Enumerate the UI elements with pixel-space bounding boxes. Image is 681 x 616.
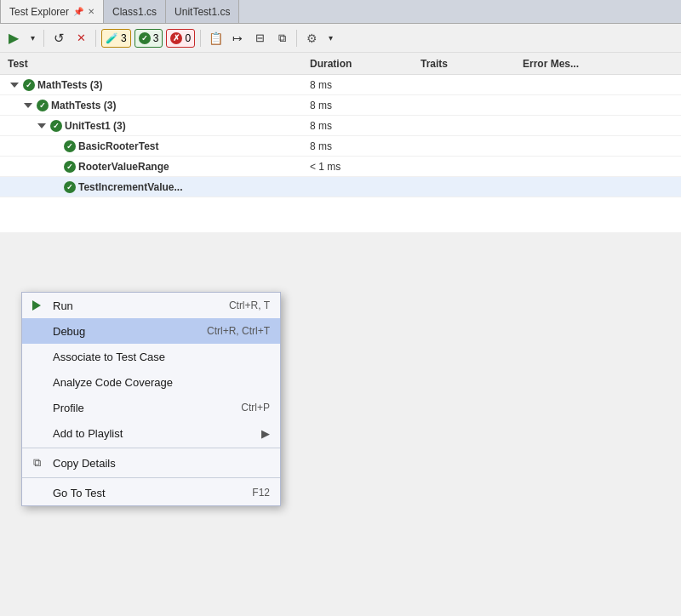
test-name-cell: ✓ MathTests (3): [4, 100, 306, 111]
run-all-button[interactable]: ▶: [4, 29, 23, 48]
test-name-cell: ✓ BasicRooterTest: [4, 140, 306, 152]
menu-item-goto[interactable]: Go To Test F12: [22, 480, 280, 505]
menu-run-label: Run: [53, 299, 73, 312]
menu-run-shortcut: Ctrl+R, T: [229, 299, 270, 311]
playlist-button[interactable]: 📋: [206, 29, 225, 48]
menu-profile-label: Profile: [53, 402, 84, 414]
status-icon-pass: ✓: [23, 79, 35, 91]
tab-test-explorer-label: Test Explorer: [9, 6, 69, 18]
tab-unittest1-label: UnitTest1.cs: [175, 6, 230, 18]
menu-goto-label: Go To Test: [53, 487, 106, 499]
table-row[interactable]: ✓ TestIncrementValue...: [0, 177, 681, 197]
table-header: Test Duration Traits Error Mes...: [0, 53, 681, 75]
status-icon-pass: ✓: [64, 140, 76, 152]
settings-dropdown-icon: ▾: [329, 33, 333, 43]
col-test-header[interactable]: Test: [4, 58, 306, 70]
menu-copy-label: Copy Details: [53, 457, 116, 470]
pass-tests-badge[interactable]: ✓ 3: [134, 29, 163, 48]
menu-item-analyze[interactable]: Analyze Code Coverage: [22, 369, 280, 395]
pin-icon[interactable]: 📌: [73, 7, 83, 16]
menu-item-copy[interactable]: ⧉ Copy Details: [22, 450, 280, 476]
toolbar-separator-2: [95, 30, 96, 47]
menu-debug-shortcut: Ctrl+R, Ctrl+T: [207, 325, 270, 337]
toolbar-separator-1: [43, 30, 44, 47]
settings-dropdown-button[interactable]: ▾: [324, 29, 336, 48]
group-button[interactable]: ⊟: [250, 29, 269, 48]
menu-item-profile[interactable]: Profile Ctrl+P: [22, 395, 280, 420]
test-row-label: TestIncrementValue...: [78, 181, 183, 193]
menu-playlist-label: Add to Playlist: [53, 427, 123, 440]
expand-icon[interactable]: [37, 123, 46, 128]
menu-item-playlist[interactable]: Add to Playlist ▶: [22, 420, 280, 446]
playlist-icon: 📋: [209, 31, 223, 45]
toolbar: ▶ ▾ ↺ ✕ 🧪 3 ✓ 3: [0, 24, 681, 53]
table-row[interactable]: ✓ MathTests (3) 8 ms: [0, 95, 681, 116]
table-row[interactable]: ✓ MathTests (3) 8 ms: [0, 75, 681, 95]
settings-icon: ⚙: [306, 31, 318, 45]
test-name-cell: ✓ UnitTest1 (3): [4, 120, 306, 132]
test-duration-cell: 8 ms: [306, 100, 417, 111]
test-row-label: MathTests (3): [37, 79, 102, 91]
test-duration-cell: 8 ms: [306, 120, 417, 132]
copy-menu-icon: ⧉: [27, 456, 46, 470]
test-duration-cell: 8 ms: [306, 140, 417, 152]
test-name-cell: ✓ MathTests (3): [4, 79, 306, 91]
pass-count: 3: [153, 32, 159, 44]
all-tests-badge[interactable]: 🧪 3: [101, 29, 131, 48]
menu-item-associate[interactable]: Associate to Test Case: [22, 344, 280, 369]
table-row[interactable]: ✓ RooterValueRange < 1 ms: [0, 157, 681, 177]
test-duration-cell: < 1 ms: [306, 161, 417, 173]
context-menu: Run Ctrl+R, T Debug Ctrl+R, Ctrl+T Assoc…: [21, 292, 281, 506]
copy-button[interactable]: ⧉: [272, 29, 291, 48]
flask-icon: 🧪: [106, 32, 118, 44]
run-all-icon: ▶: [9, 30, 19, 46]
pass-icon: ✓: [139, 31, 151, 44]
settings-button[interactable]: ⚙: [302, 29, 321, 48]
menu-goto-shortcut: F12: [252, 487, 270, 499]
tab-class1-label: Class1.cs: [112, 6, 157, 18]
menu-associate-label: Associate to Test Case: [53, 351, 165, 363]
run-menu-icon: [27, 300, 46, 311]
copy-icon: ⧉: [278, 31, 286, 45]
submenu-arrow-icon: ▶: [261, 427, 270, 440]
menu-profile-shortcut: Ctrl+P: [241, 402, 270, 414]
status-icon-pass: ✓: [37, 100, 49, 111]
test-row-label: MathTests (3): [51, 100, 116, 111]
fail-tests-badge[interactable]: ✗ 0: [166, 29, 195, 48]
main-panel: ▶ ▾ ↺ ✕ 🧪 3 ✓ 3: [0, 24, 681, 616]
fast-forward-button[interactable]: ↦: [228, 29, 247, 48]
menu-debug-label: Debug: [53, 325, 85, 338]
menu-item-debug[interactable]: Debug Ctrl+R, Ctrl+T: [22, 318, 280, 344]
expand-icon[interactable]: [24, 103, 32, 108]
tab-bar: Test Explorer 📌 ✕ Class1.cs UnitTest1.cs: [0, 0, 681, 24]
menu-item-run[interactable]: Run Ctrl+R, T: [22, 293, 280, 318]
col-traits-header[interactable]: Traits: [417, 58, 519, 70]
menu-separator-2: [22, 477, 280, 478]
menu-separator-1: [22, 448, 280, 448]
run-dropdown-button[interactable]: ▾: [26, 29, 38, 48]
tab-unittest1[interactable]: UnitTest1.cs: [166, 0, 239, 23]
test-duration-cell: 8 ms: [306, 79, 417, 91]
refresh-icon: ↺: [54, 31, 65, 46]
table-row[interactable]: ✓ UnitTest1 (3) 8 ms: [0, 116, 681, 136]
test-list: ✓ MathTests (3) 8 ms ✓ MathTests (3) 8 m…: [0, 75, 681, 232]
col-duration-header[interactable]: Duration: [306, 58, 417, 70]
menu-analyze-label: Analyze Code Coverage: [53, 376, 173, 389]
status-icon-pass: ✓: [64, 181, 76, 193]
status-icon-pass: ✓: [50, 120, 62, 132]
test-name-cell: ✓ RooterValueRange: [4, 161, 306, 173]
refresh-button[interactable]: ↺: [49, 29, 68, 48]
fail-icon: ✗: [170, 31, 182, 44]
col-error-header[interactable]: Error Mes...: [519, 58, 677, 70]
tab-class1[interactable]: Class1.cs: [104, 0, 166, 23]
fail-count: 0: [185, 32, 191, 44]
fast-forward-icon: ↦: [232, 31, 243, 45]
expand-icon[interactable]: [10, 83, 19, 88]
test-name-cell: ✓ TestIncrementValue...: [4, 181, 306, 193]
tab-test-explorer[interactable]: Test Explorer 📌 ✕: [0, 0, 104, 23]
status-icon-pass: ✓: [64, 161, 76, 173]
table-row[interactable]: ✓ BasicRooterTest 8 ms: [0, 136, 681, 157]
cancel-button[interactable]: ✕: [72, 29, 90, 48]
tab-close-icon[interactable]: ✕: [88, 7, 94, 16]
toolbar-separator-4: [296, 30, 297, 47]
